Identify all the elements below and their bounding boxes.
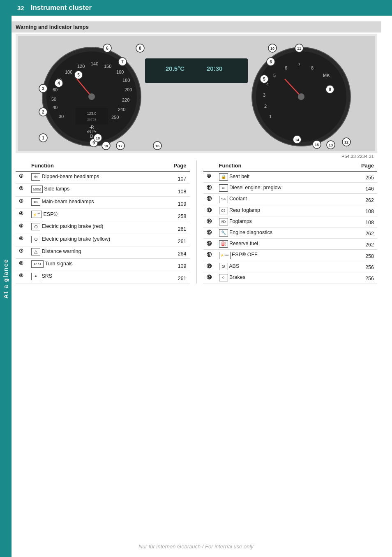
sidebar: At a glance <box>0 0 12 557</box>
svg-text:40: 40 <box>53 105 58 110</box>
row-page: 108 <box>358 205 377 216</box>
row-function: ≥00≤ Side lamps <box>28 184 170 196</box>
row-page: 109 <box>170 196 189 209</box>
row-function: ⊚ ABS <box>216 261 358 272</box>
row-page: 261 <box>170 221 189 234</box>
footer-watermark: Nur für internen Gebrauch / For internal… <box>0 543 392 550</box>
svg-rect-26 <box>145 58 248 83</box>
row-number: ⑤ <box>16 221 28 234</box>
row-number: ⑱ <box>203 261 216 272</box>
svg-text:10: 10 <box>270 46 274 51</box>
svg-point-41 <box>298 93 304 100</box>
svg-text:6: 6 <box>285 65 287 70</box>
row-function: ○ Brakes <box>216 272 358 283</box>
row-function: △ Distance warning <box>28 246 170 258</box>
table-divider <box>196 160 197 283</box>
row-function: #D Foglamps <box>216 216 358 227</box>
row-number: ⑪ <box>203 183 216 194</box>
svg-text:8: 8 <box>311 65 314 70</box>
row-number: ⑦ <box>16 246 28 258</box>
svg-text:•R: •R <box>90 125 94 130</box>
right-page-header: Page <box>358 160 377 171</box>
table-row: ③≡○ Main-beam headlamps109 <box>16 196 190 209</box>
table-row: ⑧↩ ↪ Turn signals109 <box>16 258 190 271</box>
row-function: ⊙ Electric parking brake (red) <box>28 221 170 234</box>
row-number: ② <box>16 184 28 196</box>
svg-text:11: 11 <box>297 46 301 51</box>
page-number: 32 <box>17 5 24 12</box>
table-row: ⑪∞ Diesel engine: preglow146 <box>203 183 378 194</box>
svg-text:100: 100 <box>65 70 72 74</box>
svg-text:120: 120 <box>77 64 85 69</box>
row-page: 258 <box>358 250 377 261</box>
row-page: 255 <box>358 171 377 183</box>
svg-text:160: 160 <box>116 70 124 74</box>
svg-text:19: 19 <box>104 144 108 148</box>
svg-text:MK: MK <box>323 73 330 78</box>
svg-text:D: D <box>90 134 93 139</box>
row-function: 🔧 Engine diagnostics <box>216 227 358 239</box>
sidebar-label: At a glance <box>2 259 9 299</box>
svg-text:240: 240 <box>118 107 125 112</box>
row-page: 146 <box>358 183 377 194</box>
table-row: ⑩🔒 Seat belt255 <box>203 171 378 183</box>
table-row: ⑬0‡ Rear foglamp108 <box>203 205 378 216</box>
svg-text:8: 8 <box>329 87 331 92</box>
row-page: 107 <box>170 171 189 184</box>
section-title: Warning and indicator lamps <box>12 21 381 32</box>
svg-text:140: 140 <box>91 61 98 66</box>
row-number: ⑲ <box>203 272 216 283</box>
svg-text:6: 6 <box>106 46 108 51</box>
svg-text:1: 1 <box>269 114 272 119</box>
row-page: 108 <box>170 184 189 196</box>
left-page-header: Page <box>170 160 189 171</box>
row-page: 256 <box>358 261 377 272</box>
header-bar: 32 Instrument cluster <box>12 0 392 16</box>
svg-text:50: 50 <box>51 97 56 102</box>
row-function: ✦ SRS <box>28 271 170 283</box>
row-number: ⑯ <box>203 239 216 250</box>
svg-text:1: 1 <box>42 136 44 140</box>
row-function: ⛽ Reserve fuel <box>216 239 358 250</box>
table-row: ⑭#D Foglamps108 <box>203 216 378 227</box>
row-page: 109 <box>170 258 189 271</box>
table-row: ⑱⊚ ABS256 <box>203 261 378 272</box>
svg-text:30: 30 <box>59 114 64 119</box>
row-number: ⑩ <box>203 171 216 183</box>
row-number: ⑨ <box>16 271 28 283</box>
row-page: 261 <box>170 271 189 283</box>
cluster-svg: 30 40 50 60 80 100 120 140 150 160 180 2… <box>18 36 375 151</box>
svg-text:7: 7 <box>298 62 300 67</box>
svg-text:250: 250 <box>111 115 119 120</box>
row-number: ⑫ <box>203 194 216 205</box>
table-row: ⑯⛽ Reserve fuel262 <box>203 239 378 250</box>
svg-rect-20 <box>75 108 108 124</box>
row-function: 〜≈ Coolant <box>216 194 358 205</box>
svg-text:3: 3 <box>263 93 265 97</box>
table-row: ⑰⚡OFF ESP® OFF258 <box>203 250 378 261</box>
table-row: ⑲○ Brakes256 <box>203 272 378 283</box>
svg-text:180: 180 <box>122 78 130 83</box>
table-row: ⑦△ Distance warning264 <box>16 246 190 258</box>
svg-text:3: 3 <box>42 86 44 91</box>
row-function: 🔒 Seat belt <box>216 171 358 183</box>
row-number: ⑧ <box>16 258 28 271</box>
table-row: ⑮🔧 Engine diagnostics262 <box>203 227 378 239</box>
svg-text:8: 8 <box>139 46 141 51</box>
svg-text:2: 2 <box>42 110 44 114</box>
row-function: 0‡ Rear foglamp <box>216 205 358 216</box>
svg-text:60: 60 <box>53 87 58 92</box>
svg-point-19 <box>88 93 95 100</box>
svg-text:•N P•: •N P• <box>87 130 97 134</box>
row-page: 262 <box>358 239 377 250</box>
svg-text:4: 4 <box>58 81 60 86</box>
row-function: ⊙ Electric parking brake (yellow) <box>28 234 170 246</box>
row-page: 262 <box>358 194 377 205</box>
row-function: 🖮 Dipped-beam headlamps <box>28 171 170 184</box>
table-row: ⑤⊙ Electric parking brake (red)261 <box>16 221 190 234</box>
row-number: ⑮ <box>203 227 216 239</box>
row-function: ↩ ↪ Turn signals <box>28 258 170 271</box>
table-row: ⑫〜≈ Coolant262 <box>203 194 378 205</box>
tables-area: Function Page ①🖮 Dipped-beam headlamps10… <box>16 160 377 283</box>
left-function-table: Function Page ①🖮 Dipped-beam headlamps10… <box>16 160 190 283</box>
